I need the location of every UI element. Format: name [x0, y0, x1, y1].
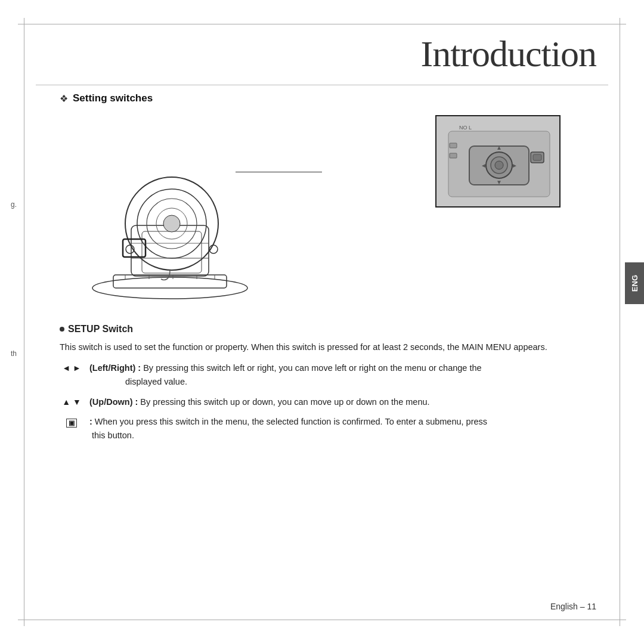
tick-tl-h — [18, 24, 39, 24]
list-item-updown: ▲ ▼ (Up/Down) : By pressing this switch … — [60, 395, 596, 409]
svg-rect-2 — [131, 225, 209, 276]
border-right — [620, 36, 620, 608]
confirm-label: : — [89, 417, 92, 426]
left-margin-bottom: th — [11, 346, 17, 361]
inset-photo-box: ▲ ▼ ◄ ► NO L — [435, 115, 561, 208]
svg-text:▼: ▼ — [496, 179, 502, 185]
svg-rect-30 — [533, 154, 541, 160]
setup-title-text: SETUP Switch — [68, 324, 133, 335]
tick-bl-v — [24, 605, 24, 626]
tick-tr-v — [620, 18, 620, 39]
updown-text: (Up/Down) : By pressing this switch up o… — [89, 395, 596, 409]
svg-text:▲: ▲ — [496, 144, 502, 151]
svg-text:NO  L: NO L — [459, 125, 472, 131]
section-header: ❖ Setting switches — [60, 92, 596, 104]
diamond-icon: ❖ — [60, 93, 68, 104]
leftright-label: (Left/Right) : — [89, 363, 141, 373]
svg-rect-32 — [450, 153, 457, 158]
list-item-confirm: ▣ : When you press this switch in the me… — [60, 415, 596, 442]
language-label: ENG — [630, 275, 639, 292]
switch-icon-box: ▣ — [66, 419, 77, 428]
page-footer: English – 11 — [550, 602, 596, 611]
image-area: ▲ ▼ ◄ ► NO L — [60, 115, 596, 306]
confirm-text: : When you press this switch in the menu… — [89, 415, 596, 442]
svg-point-8 — [163, 215, 180, 232]
tick-br-v — [620, 605, 620, 626]
confirm-icon: ▣ — [60, 415, 83, 431]
leftright-text-wrap: displayed value. — [89, 375, 596, 389]
updown-icon: ▲ ▼ — [60, 395, 83, 408]
tick-br-h — [605, 620, 626, 620]
setup-switch-title: SETUP Switch — [60, 324, 596, 335]
leftright-icon: ◄ ► — [60, 361, 83, 374]
border-bottom — [36, 620, 608, 620]
page-title: Introduction — [421, 33, 597, 75]
svg-text:◄: ◄ — [481, 162, 487, 169]
connector-line — [236, 172, 322, 172]
border-left — [24, 36, 24, 608]
confirm-text-wrap: this button. — [89, 429, 596, 442]
setup-body-text: This switch is used to set the function … — [60, 340, 596, 354]
left-margin-top: g. — [11, 197, 17, 212]
leftright-text: (Left/Right) : By pressing this switch l… — [89, 361, 596, 389]
main-content: ❖ Setting switches — [60, 92, 596, 596]
tick-bl-h — [18, 620, 39, 620]
title-divider — [36, 85, 608, 85]
inset-photo-inner: ▲ ▼ ◄ ► NO L — [436, 116, 559, 206]
updown-label: (Up/Down) : — [89, 397, 138, 407]
camera-illustration — [78, 127, 262, 306]
text-section: SETUP Switch This switch is used to set … — [60, 324, 596, 442]
tick-tl-v — [24, 18, 24, 39]
section-title: Setting switches — [73, 92, 153, 104]
language-tab: ENG — [625, 262, 644, 304]
svg-rect-31 — [450, 143, 457, 148]
svg-text:►: ► — [512, 162, 518, 169]
list-item-leftright: ◄ ► (Left/Right) : By pressing this swit… — [60, 361, 596, 389]
svg-point-24 — [495, 161, 503, 169]
border-top — [36, 24, 608, 24]
bullet-icon — [60, 327, 64, 332]
tick-tr-h — [605, 24, 626, 24]
